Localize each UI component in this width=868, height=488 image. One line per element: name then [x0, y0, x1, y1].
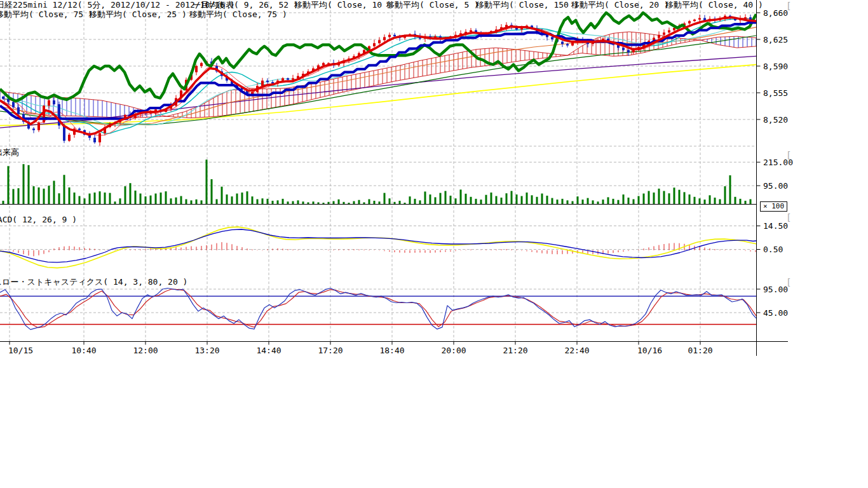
volume-bar — [526, 193, 528, 204]
volume-bar — [613, 199, 614, 205]
volume-bar — [674, 187, 675, 204]
volume-bar — [511, 191, 513, 205]
candle-body — [698, 18, 701, 19]
volume-bar — [582, 200, 584, 204]
volume-bar — [684, 192, 686, 204]
candlesticks — [2, 14, 752, 146]
volume-bar — [3, 201, 4, 205]
volume-bar — [541, 194, 543, 205]
axis-tick-label: 8,555 — [763, 88, 788, 98]
volume-bar — [236, 194, 238, 205]
volume-bar — [150, 196, 152, 205]
candle-body — [292, 78, 294, 79]
axis-tick-label: 8,625 — [763, 35, 788, 44]
volume-bar — [516, 194, 518, 204]
volume-bar — [491, 193, 492, 204]
candle-body — [200, 63, 203, 66]
candle-body — [287, 78, 289, 79]
volume-bar — [241, 193, 243, 204]
candle-body — [673, 28, 675, 30]
volume-bar — [79, 196, 81, 205]
volume-bar — [663, 191, 665, 205]
candle-body — [266, 81, 269, 82]
volume-bar — [175, 198, 177, 205]
volume-bar — [23, 164, 25, 204]
volume-bar — [114, 201, 116, 204]
candle-body — [68, 135, 71, 141]
volume-bar — [160, 193, 162, 204]
volume-bar — [587, 198, 589, 205]
volume-bar — [465, 194, 467, 205]
volume-bar — [8, 166, 10, 204]
candle-body — [561, 42, 564, 44]
candle-body — [78, 128, 81, 130]
volume-bar — [419, 200, 421, 204]
candle-body — [37, 123, 40, 130]
volume-bar — [389, 198, 391, 204]
volume-bar — [460, 189, 462, 204]
candle-body — [195, 66, 198, 72]
volume-bar — [262, 198, 264, 204]
chart-canvas[interactable]: 8,6608,6258,5908,5558,520215.0095.0014.5… — [0, 0, 868, 488]
volume-bar — [74, 193, 76, 204]
volume-bar — [699, 198, 701, 204]
volume-bar — [531, 195, 533, 204]
candle-body — [32, 128, 35, 130]
volume-bar — [211, 179, 213, 204]
candle-body — [261, 81, 264, 86]
time-axis-label: 10:40 — [71, 346, 96, 355]
time-axis-label: 17:20 — [318, 346, 342, 355]
candle-body — [281, 78, 284, 81]
candle-body — [17, 107, 20, 114]
volume-bar — [597, 201, 599, 204]
volume-bar — [53, 181, 55, 205]
axis-tick-label: 95.00 — [763, 181, 788, 191]
volume-bar — [724, 186, 726, 204]
volume-bar — [668, 193, 670, 204]
volume-bar — [216, 199, 218, 204]
stoch-panel — [0, 288, 756, 330]
volume-bar — [297, 200, 299, 204]
candle-body — [63, 126, 65, 141]
candle-body — [693, 20, 696, 21]
volume-bar — [546, 196, 548, 205]
volume-bar — [109, 193, 111, 205]
volume-bar — [221, 187, 223, 205]
volume-bar — [145, 196, 147, 204]
volume-bar — [440, 193, 442, 205]
volume-panel-bracket-icon: [ — [786, 151, 791, 159]
volume-bar — [99, 191, 101, 204]
volume-bar — [69, 187, 71, 205]
volume-bar — [658, 189, 660, 205]
volume-bar — [277, 200, 279, 204]
candle-body — [12, 102, 15, 107]
volume-bar — [638, 196, 640, 205]
volume-bar — [130, 183, 132, 204]
volume-bar — [89, 194, 91, 205]
time-axis-label: 14:40 — [256, 346, 281, 355]
volume-bar — [653, 193, 655, 204]
candle-body — [551, 37, 553, 39]
candle-body — [98, 133, 101, 142]
volume-bar — [384, 193, 386, 205]
candle-body — [566, 44, 569, 45]
volume-bar — [628, 198, 630, 204]
volume-bar — [399, 201, 401, 205]
legend-ma20: 移動平均( Close, 20 ) — [571, 1, 669, 10]
volume-panel — [0, 159, 756, 204]
cloud-lower-edge — [700, 40, 756, 48]
candle-body — [622, 48, 625, 50]
volume-bar — [435, 197, 437, 204]
volume-multiplier-box: × 100 — [760, 201, 787, 212]
volume-bar — [633, 199, 635, 204]
candle-body — [663, 32, 665, 35]
volume-bar — [333, 201, 335, 205]
volume-bar — [58, 193, 60, 204]
volume-bar — [470, 197, 472, 205]
volume-bar — [480, 200, 482, 204]
volume-bar — [592, 200, 594, 204]
volume-bar — [272, 201, 274, 205]
volume-bar — [623, 194, 625, 204]
volume-bar — [119, 198, 121, 204]
volume-bar — [201, 200, 203, 204]
